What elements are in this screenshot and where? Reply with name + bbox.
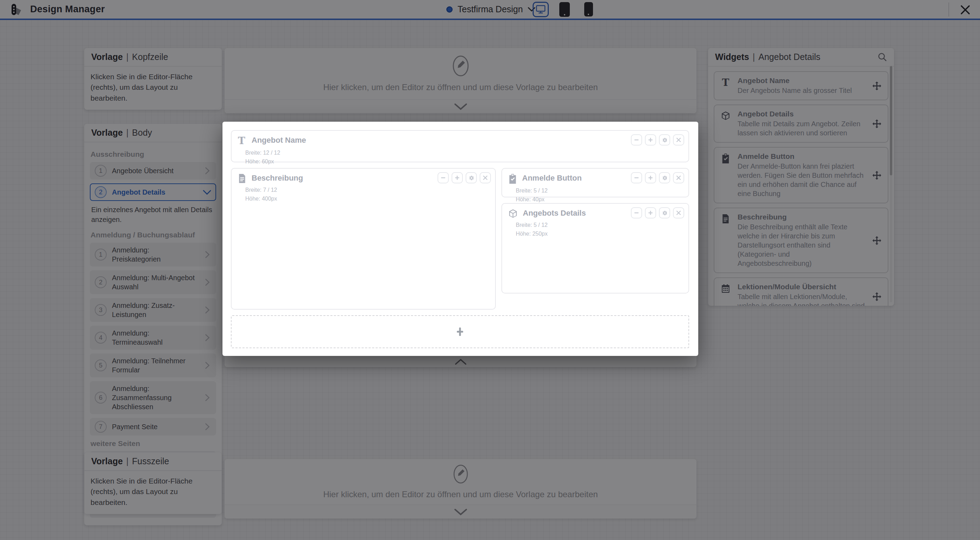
plus-icon	[648, 175, 653, 181]
settings-button[interactable]	[659, 172, 670, 183]
layout-block-meta: Breite: 7 / 12 Höhe: 400px	[245, 186, 495, 203]
remove-button[interactable]	[673, 207, 684, 218]
add-widget-dropzone[interactable]	[231, 315, 689, 348]
plus-icon	[454, 175, 460, 181]
settings-button[interactable]	[466, 172, 477, 183]
increase-width-button[interactable]	[645, 207, 656, 218]
layout-block-meta: Breite: 5 / 12 Höhe: 250px	[516, 221, 689, 238]
layout-block-title: Beschreibung	[251, 173, 303, 183]
layout-block-controls	[631, 134, 684, 146]
layout-block-title: Angebot Name	[251, 136, 306, 146]
layout-block-title: Angebots Details	[523, 209, 586, 218]
decrease-width-button[interactable]	[631, 172, 642, 183]
minus-icon	[634, 210, 639, 216]
block-width-label: Breite: 12 / 12	[245, 149, 689, 157]
settings-button[interactable]	[659, 207, 670, 218]
layout-block-angebots-details[interactable]: Angebots Details Breite: 5 / 12 Höhe: 25…	[501, 203, 689, 294]
minus-icon	[440, 175, 446, 181]
layout-block-title: Anmelde Button	[522, 173, 582, 184]
clipboard-check-icon	[508, 174, 517, 184]
remove-button[interactable]	[480, 172, 491, 183]
layout-block-anmelde-button[interactable]: Anmelde Button Breite: 5 / 12 Höhe: 40px	[501, 168, 689, 197]
remove-button[interactable]	[673, 172, 684, 183]
settings-button[interactable]	[659, 134, 670, 146]
decrease-width-button[interactable]	[631, 207, 642, 218]
x-icon	[676, 137, 681, 142]
layout-block-controls	[631, 207, 684, 218]
block-width-label: Breite: 5 / 12	[516, 221, 689, 230]
gear-icon	[662, 175, 668, 181]
block-height-label: Höhe: 250px	[516, 230, 689, 238]
gear-icon	[662, 137, 668, 143]
layout-block-controls	[438, 172, 491, 183]
block-height-label: Höhe: 400px	[245, 195, 495, 203]
decrease-width-button[interactable]	[631, 134, 642, 146]
package-icon	[508, 209, 517, 218]
layout-block-controls	[631, 172, 684, 183]
increase-width-button[interactable]	[645, 134, 656, 146]
gear-icon	[662, 210, 668, 216]
increase-width-button[interactable]	[645, 172, 656, 183]
block-width-label: Breite: 7 / 12	[245, 186, 495, 195]
layout-block-meta: Breite: 5 / 12 Höhe: 40px	[516, 187, 689, 204]
minus-icon	[634, 137, 639, 143]
document-icon	[238, 174, 246, 183]
text-icon: T	[238, 136, 246, 146]
plus-icon	[648, 210, 653, 216]
layout-block-meta: Breite: 12 / 12 Höhe: 60px	[245, 149, 689, 166]
block-height-label: Höhe: 40px	[516, 195, 689, 204]
layout-editor-modal: T Angebot Name Breite: 12 / 12 Höhe: 60p…	[223, 122, 698, 356]
layout-block-angebot-name[interactable]: T Angebot Name Breite: 12 / 12 Höhe: 60p…	[231, 130, 689, 162]
plus-icon	[455, 326, 465, 337]
x-icon	[676, 175, 681, 180]
x-icon	[483, 175, 488, 180]
decrease-width-button[interactable]	[438, 172, 449, 183]
plus-icon	[648, 137, 653, 143]
increase-width-button[interactable]	[452, 172, 463, 183]
remove-button[interactable]	[673, 134, 684, 146]
x-icon	[676, 210, 681, 215]
layout-block-beschreibung[interactable]: Beschreibung Breite: 7 / 12 Höhe: 400px	[231, 168, 496, 310]
block-height-label: Höhe: 60px	[245, 157, 689, 166]
minus-icon	[634, 175, 639, 181]
gear-icon	[468, 175, 474, 181]
block-width-label: Breite: 5 / 12	[516, 187, 689, 195]
